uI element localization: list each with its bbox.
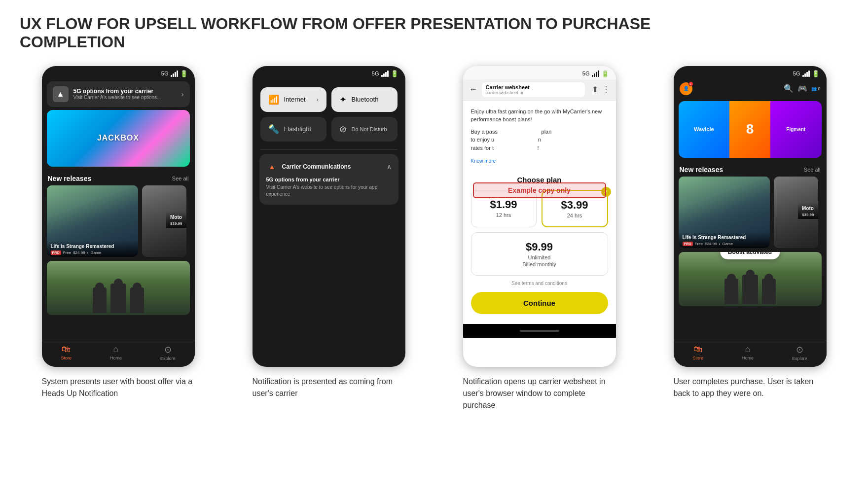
signal-icon-4 xyxy=(802,71,810,77)
battery-icon-2: 🔋 xyxy=(391,70,398,77)
nav-explore-4[interactable]: ⊙ Explore xyxy=(792,344,807,361)
carrier-signal-icon: ▲ xyxy=(266,161,278,173)
promo-text-2: Buy a pass plan to enjoy u n rates for t… xyxy=(471,128,608,152)
banner-wavicle: Wavicle xyxy=(679,101,730,158)
page-title: UX FLOW FOR UPSELL WORKFLOW FROM OFFER P… xyxy=(20,15,661,51)
explore-icon-4: ⊙ xyxy=(796,344,803,355)
phone2-frame: 5G 🔋 📶 Internet › ✦ xyxy=(253,66,405,367)
carrier-notif-subtitle: Visit Carrier A's website to see options… xyxy=(266,184,392,198)
section-title-4: New releases xyxy=(680,166,723,174)
continue-button[interactable]: Continue xyxy=(471,292,608,314)
phones-row: 5G 🔋 ▲ 5G options from your carrier Visi… xyxy=(20,66,848,411)
user-avatar[interactable]: 👤 2 xyxy=(680,82,692,95)
phone3-promo-content: Enjoy ultra fast gaming on the go with M… xyxy=(463,101,616,172)
phone4-new-releases-header: New releases See all xyxy=(674,161,827,177)
plan-duration-2: 24 hrs xyxy=(547,213,602,218)
gamepad-icon[interactable]: 🎮 xyxy=(797,84,807,93)
plan-duration-unlimited: Unlimited xyxy=(476,254,603,260)
search-icon[interactable]: 🔍 xyxy=(784,84,794,93)
soldier-fig-4-3 xyxy=(762,279,776,304)
see-all-link[interactable]: See all xyxy=(172,176,189,181)
notif-carrier-icon: ▲ xyxy=(53,86,69,102)
game-price-free: Free xyxy=(63,250,71,255)
game-card-ls-4[interactable]: Life is Strange Remastered PRO Free $24.… xyxy=(679,177,770,248)
pro-badge-4: PRO xyxy=(683,242,693,246)
browser-share-icon[interactable]: ⬆ xyxy=(592,85,598,94)
phone2-caption: Notification is presented as coming from… xyxy=(253,376,405,399)
nav-home-4[interactable]: ⌂ Home xyxy=(742,344,754,361)
game-old-price: $24.99 xyxy=(73,250,85,255)
dnd-icon: ⊘ xyxy=(339,124,347,135)
nav-home[interactable]: ⌂ Home xyxy=(110,344,122,361)
see-all-link-4[interactable]: See all xyxy=(804,167,821,173)
carrier-expand-icon[interactable]: ∧ xyxy=(387,163,392,171)
tile-dnd-label: Do Not Disturb xyxy=(352,126,387,132)
game-title-moto: Moto xyxy=(170,214,182,220)
nav-explore-label: Explore xyxy=(160,356,176,361)
battery-icon: 🔋 xyxy=(180,70,188,77)
notif-badge: 2 xyxy=(688,81,693,86)
phone1-new-releases-header: New releases See all xyxy=(42,170,195,185)
home-icon-4: ⌂ xyxy=(745,344,751,355)
wifi-icon: 📶 xyxy=(268,94,279,105)
moto-price: $39.99 xyxy=(170,221,182,226)
boost-toast-text: Boost activated xyxy=(728,252,772,255)
banner-8: 8 xyxy=(729,101,770,158)
phone3-5g-label: 5G xyxy=(582,71,590,76)
battery-icon-4: 🔋 xyxy=(812,70,820,77)
flashlight-icon: 🔦 xyxy=(268,124,279,135)
phone4-statusbar: 5G 🔋 xyxy=(674,66,827,79)
notif-title: 5G options from your carrier xyxy=(73,88,177,95)
nav-store-4[interactable]: 🛍 Store xyxy=(692,344,703,361)
tile-dnd[interactable]: ⊘ Do Not Disturb xyxy=(331,117,398,142)
section-title: New releases xyxy=(48,175,92,182)
game-title-moto-4: Moto xyxy=(802,206,814,212)
people-count: 👥 0 xyxy=(811,86,821,91)
plan-price-unlimited: $9.99 xyxy=(476,241,603,253)
bluetooth-icon: ✦ xyxy=(339,94,347,105)
phone2-statusbar: 5G 🔋 xyxy=(253,66,405,79)
browser-back-icon[interactable]: ← xyxy=(469,84,478,95)
soldier-fig-1 xyxy=(93,287,107,313)
browser-more-icon[interactable]: ⋮ xyxy=(602,85,610,94)
tile-flashlight[interactable]: 🔦 Flashlight xyxy=(260,117,326,142)
phone4-game-banner: Wavicle 8 Figment xyxy=(679,101,822,158)
phone1-frame: 5G 🔋 ▲ 5G options from your carrier Visi… xyxy=(42,66,195,367)
store-icon-4: 🛍 xyxy=(693,344,702,355)
phone1-col: 5G 🔋 ▲ 5G options from your carrier Visi… xyxy=(20,66,217,399)
soldier-fig-3 xyxy=(130,287,144,313)
phone3-col: 5G 🔋 ← Carrier websheet carrier websheet… xyxy=(441,66,638,411)
quick-tiles-grid: 📶 Internet › ✦ Bluetooth 🔦 Flashlight ⊘ xyxy=(253,79,405,145)
browser-url-bar[interactable]: Carrier websheet carrier websheet url xyxy=(482,82,585,97)
phone1-5g-label: 5G xyxy=(161,71,169,76)
tile-internet[interactable]: 📶 Internet › xyxy=(260,87,326,112)
phone3-caption: Notification opens up carrier websheet i… xyxy=(463,376,616,411)
quick-tiles-divider xyxy=(260,149,398,150)
signal-icon-3 xyxy=(592,71,599,77)
plan-card-unlimited[interactable]: $9.99 Unlimited Billed monthly xyxy=(471,232,608,276)
avatar-img: 👤 xyxy=(683,86,689,91)
game-type-4: Game xyxy=(722,242,733,246)
nav-explore[interactable]: ⊙ Explore xyxy=(160,344,176,361)
battery-icon-3: 🔋 xyxy=(601,70,609,77)
nav-store[interactable]: 🛍 Store xyxy=(61,344,72,361)
browser-url-text: carrier websheet url xyxy=(486,90,581,95)
tile-bluetooth-label: Bluetooth xyxy=(352,96,379,103)
home-indicator xyxy=(463,324,616,338)
know-more-link[interactable]: Know more xyxy=(471,158,496,164)
game-card-moto-4[interactable]: Moto $39.99 xyxy=(774,177,818,248)
terms-conditions[interactable]: See terms and conditions xyxy=(471,281,608,286)
example-copy-overlay: Example copy only xyxy=(473,182,606,198)
soldier-fig-2 xyxy=(110,284,126,313)
notif-subtitle: Visit Carrier A's website to see options… xyxy=(73,95,177,100)
plan-billing-unlimited: Billed monthly xyxy=(476,261,603,267)
phone2-col: 5G 🔋 📶 Internet › ✦ xyxy=(230,66,427,399)
game-card-life-strange[interactable]: Life is Strange Remastered PRO Free $24.… xyxy=(47,185,138,257)
phone2-carrier-notification[interactable]: ▲ Carrier Communications ∧ 5G options fr… xyxy=(259,154,398,205)
tile-bluetooth[interactable]: ✦ Bluetooth xyxy=(331,87,398,112)
tile-flashlight-label: Flashlight xyxy=(284,125,312,133)
phone4-topnav: 👤 2 🔍 🎮 👥 0 xyxy=(674,79,827,98)
phone1-notification[interactable]: ▲ 5G options from your carrier Visit Car… xyxy=(47,81,190,107)
game-card-moto[interactable]: Moto $39.99 xyxy=(142,185,186,257)
promo-text-1: Enjoy ultra fast gaming on the go with M… xyxy=(471,107,608,124)
